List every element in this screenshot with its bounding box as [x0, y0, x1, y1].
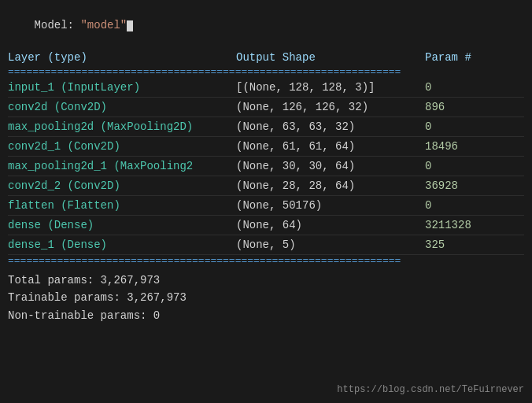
table-header: Layer (type) Output Shape Param # [8, 49, 524, 66]
cell-layer: max_pooling2d_1 (MaxPooling2 [8, 160, 236, 172]
cell-param: 36928 [425, 179, 524, 192]
table-row: conv2d (Conv2D)(None, 126, 126, 32)896 [8, 98, 524, 117]
summary-section: Total params: 3,267,973 Trainable params… [8, 272, 524, 324]
cell-shape: [(None, 128, 128, 3)] [236, 81, 425, 94]
cell-param: 0 [425, 199, 524, 212]
cell-param: 896 [425, 101, 524, 113]
cell-param: 325 [425, 238, 524, 251]
cell-param: 0 [425, 160, 524, 172]
cell-layer: max_pooling2d (MaxPooling2D) [8, 120, 236, 133]
non-trainable-params: Non-trainable params: 0 [8, 307, 524, 324]
cell-param: 0 [425, 81, 524, 94]
divider-top: ========================================… [8, 66, 524, 78]
table-row: flatten (Flatten)(None, 50176)0 [8, 196, 524, 216]
cell-layer: conv2d_1 (Conv2D) [8, 140, 236, 153]
table-row: input_1 (InputLayer)[(None, 128, 128, 3)… [8, 78, 524, 98]
cell-layer: conv2d_2 (Conv2D) [8, 179, 236, 192]
header-param: Param # [425, 51, 524, 64]
watermark: https://blog.csdn.net/TeFuirnever [337, 384, 524, 395]
table-row: dense_1 (Dense)(None, 5)325 [8, 235, 524, 255]
cell-param: 3211328 [425, 219, 524, 231]
model-line: Model: "model" [8, 6, 524, 44]
header-shape: Output Shape [236, 51, 425, 64]
model-name: "model" [80, 19, 127, 31]
cell-shape: (None, 61, 61, 64) [236, 140, 425, 153]
cell-shape: (None, 50176) [236, 199, 425, 212]
cell-shape: (None, 126, 126, 32) [236, 101, 425, 113]
cell-layer: dense_1 (Dense) [8, 238, 236, 251]
cursor-icon [127, 20, 133, 31]
cell-param: 0 [425, 120, 524, 133]
cell-shape: (None, 28, 28, 64) [236, 179, 425, 192]
cell-layer: flatten (Flatten) [8, 199, 236, 212]
table-row: conv2d_2 (Conv2D)(None, 28, 28, 64)36928 [8, 176, 524, 196]
table-row: max_pooling2d_1 (MaxPooling2(None, 30, 3… [8, 157, 524, 176]
cell-shape: (None, 64) [236, 219, 425, 231]
header-layer: Layer (type) [8, 51, 236, 64]
cell-layer: dense (Dense) [8, 219, 236, 231]
cell-layer: input_1 (InputLayer) [8, 81, 236, 94]
terminal: Model: "model" Layer (type) Output Shape… [0, 0, 532, 403]
table-body: input_1 (InputLayer)[(None, 128, 128, 3)… [8, 78, 524, 255]
model-label: Model: [35, 19, 81, 31]
cell-param: 18496 [425, 140, 524, 153]
cell-shape: (None, 5) [236, 238, 425, 251]
total-params: Total params: 3,267,973 [8, 272, 524, 289]
table-row: max_pooling2d (MaxPooling2D)(None, 63, 6… [8, 117, 524, 137]
trainable-params: Trainable params: 3,267,973 [8, 289, 524, 306]
table-row: dense (Dense)(None, 64)3211328 [8, 216, 524, 235]
divider-bottom: ========================================… [8, 255, 524, 267]
cell-shape: (None, 30, 30, 64) [236, 160, 425, 172]
table-row: conv2d_1 (Conv2D)(None, 61, 61, 64)18496 [8, 137, 524, 157]
cell-layer: conv2d (Conv2D) [8, 101, 236, 113]
cell-shape: (None, 63, 63, 32) [236, 120, 425, 133]
